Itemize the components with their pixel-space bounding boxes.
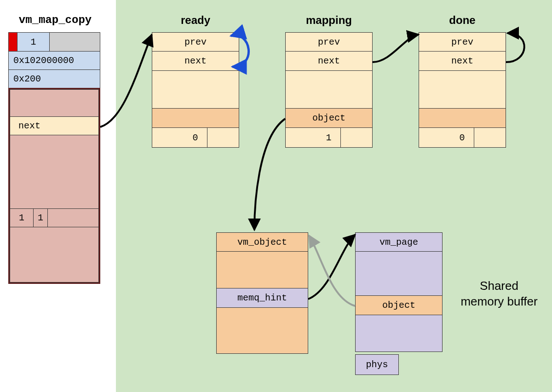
mapping-flags: 1	[285, 128, 373, 148]
title-vm-map-copy: vm_map_copy	[14, 14, 97, 26]
vm-copy-entry: next 1 1	[8, 88, 100, 284]
vm-copy-size: 0x200	[8, 70, 100, 88]
vm-object-title: vm_object	[216, 232, 308, 252]
entry-ready: prev next 0	[152, 32, 239, 148]
vm-page-title: vm_page	[355, 232, 443, 252]
vm-object-memq-hint: memq_hint	[216, 288, 308, 308]
vm-page-object: object	[355, 296, 443, 315]
mapping-next: next	[285, 52, 373, 71]
vm-copy-type: 1	[17, 32, 50, 52]
done-next: next	[419, 52, 506, 71]
vm-copy-entry-flags: 1 1	[10, 209, 99, 227]
vm-copy-flag-1: 1	[10, 209, 34, 227]
ready-prev: prev	[152, 32, 239, 52]
done-flag-val: 0	[451, 128, 474, 147]
vm-copy-address: 0x102000000	[8, 52, 100, 70]
vm-page-struct: vm_page object	[355, 232, 443, 352]
title-mapping: mapping	[285, 14, 373, 27]
entry-mapping: prev next object 1	[285, 32, 373, 148]
vm-copy-padding	[50, 32, 100, 52]
vm-page-phys: phys	[355, 354, 399, 375]
ready-flags: 0	[152, 128, 239, 148]
ready-flag-val: 0	[184, 128, 207, 147]
title-ready: ready	[152, 14, 239, 27]
vm-copy-red-flag	[8, 32, 17, 52]
done-object	[419, 109, 506, 128]
done-flags: 0	[419, 128, 506, 148]
vm-map-copy-struct: 1 0x102000000 0x200 next 1 1	[8, 32, 100, 284]
vm-copy-flag-2: 1	[34, 209, 48, 227]
vm-copy-entry-next: next	[10, 117, 99, 135]
ready-next: next	[152, 52, 239, 71]
shared-memory-label: Shared memory buffer	[458, 278, 540, 310]
mapping-prev: prev	[285, 32, 373, 52]
done-prev: prev	[419, 32, 506, 52]
title-done: done	[419, 14, 506, 27]
vm-object-struct: vm_object memq_hint	[216, 232, 308, 354]
mapping-flag-val: 1	[317, 128, 341, 147]
entry-done: prev next 0	[419, 32, 506, 148]
mapping-object: object	[285, 109, 373, 128]
ready-object	[152, 109, 239, 128]
